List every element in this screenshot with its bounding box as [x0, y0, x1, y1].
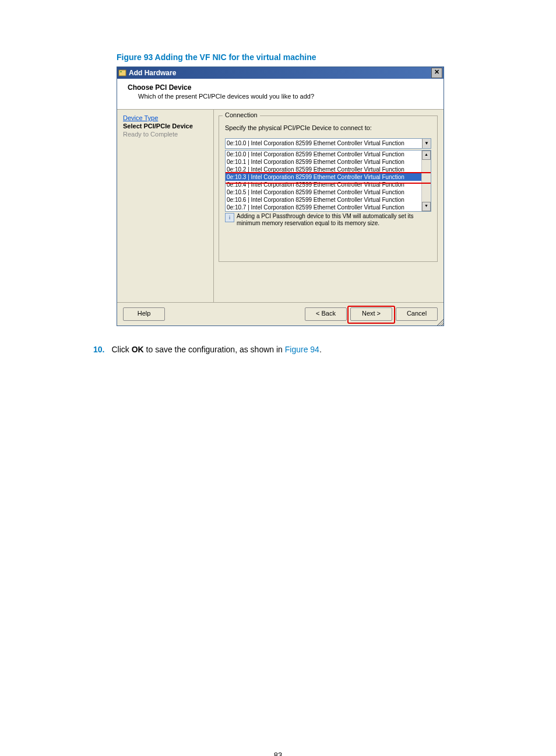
- connection-fieldset: Connection Specify the physical PCI/PCIe…: [219, 116, 438, 262]
- chevron-down-icon[interactable]: ▼: [422, 139, 431, 148]
- list-item-selected[interactable]: 0e:10.3 | Intel Corporation 82599 Ethern…: [226, 173, 421, 181]
- scroll-up-icon[interactable]: ▲: [422, 150, 431, 160]
- svg-rect-1: [120, 71, 122, 72]
- info-text: Adding a PCI Passthrough device to this …: [237, 213, 431, 227]
- pci-device-listbox[interactable]: 0e:10.0 | Intel Corporation 82599 Ethern…: [225, 150, 431, 212]
- dialog-window: Add Hardware ✕ Choose PCI Device Which o…: [117, 66, 444, 326]
- step-text-1: Click: [111, 345, 131, 354]
- step-instruction: 10.Click OK to save the configuration, a…: [93, 345, 498, 354]
- combobox-value: 0e:10.0 | Intel Corporation 82599 Ethern…: [227, 139, 404, 148]
- list-item[interactable]: 0e:10.5 | Intel Corporation 82599 Ethern…: [226, 188, 421, 196]
- header-title: Choose PCI Device: [128, 83, 437, 92]
- header-subtitle: Which of the present PCI/PCIe devices wo…: [138, 93, 437, 100]
- window-title: Add Hardware: [129, 67, 176, 79]
- cancel-button[interactable]: Cancel: [396, 307, 438, 321]
- list-item[interactable]: 0e:10.0 | Intel Corporation 82599 Ethern…: [226, 150, 421, 158]
- help-button[interactable]: Help: [123, 307, 165, 321]
- dialog-header: Choose PCI Device Which of the present P…: [117, 79, 444, 110]
- window-icon: [118, 69, 126, 77]
- sidebar-item-select-pci[interactable]: Select PCI/PCIe Device: [123, 123, 207, 130]
- list-item[interactable]: 0e:10.4 | Intel Corporation 82599 Ethern…: [226, 181, 421, 188]
- figure-caption: Figure 93 Adding the VF NIC for the virt…: [117, 52, 498, 62]
- back-button[interactable]: < Back: [305, 307, 347, 321]
- list-item[interactable]: 0e:10.6 | Intel Corporation 82599 Ethern…: [226, 196, 421, 204]
- next-button[interactable]: Next >: [350, 307, 392, 321]
- step-text-2: to save the configuration, as shown in: [144, 345, 285, 354]
- fieldset-legend: Connection: [223, 111, 260, 118]
- list-item[interactable]: 0e:10.2 | Intel Corporation 82599 Ethern…: [226, 166, 421, 173]
- step-bold: OK: [132, 345, 144, 354]
- step-number: 10.: [93, 345, 104, 354]
- pci-device-combobox[interactable]: 0e:10.0 | Intel Corporation 82599 Ethern…: [225, 138, 431, 149]
- titlebar: Add Hardware ✕: [117, 67, 444, 79]
- step-text-3: .: [319, 345, 322, 354]
- instruction-text: Specify the physical PCI/PCIe Device to …: [225, 124, 431, 131]
- wizard-sidebar: Device Type Select PCI/PCIe Device Ready…: [117, 110, 214, 302]
- info-icon: i: [225, 213, 234, 222]
- list-item[interactable]: 0e:10.1 | Intel Corporation 82599 Ethern…: [226, 158, 421, 166]
- sidebar-item-device-type[interactable]: Device Type: [123, 114, 207, 121]
- scroll-track[interactable]: [422, 160, 431, 202]
- close-icon[interactable]: ✕: [431, 68, 442, 78]
- figure-link[interactable]: Figure 94: [285, 345, 319, 354]
- list-item[interactable]: 0e:10.7 | Intel Corporation 82599 Ethern…: [226, 204, 421, 211]
- dialog-footer: Help < Back Next > Cancel: [117, 302, 444, 326]
- sidebar-item-ready: Ready to Complete: [123, 131, 207, 138]
- scrollbar[interactable]: ▲ ▼: [421, 150, 431, 211]
- resize-grip-icon[interactable]: [435, 317, 444, 326]
- page-number: 83: [58, 751, 498, 756]
- svg-rect-0: [119, 70, 126, 76]
- scroll-down-icon[interactable]: ▼: [422, 202, 431, 211]
